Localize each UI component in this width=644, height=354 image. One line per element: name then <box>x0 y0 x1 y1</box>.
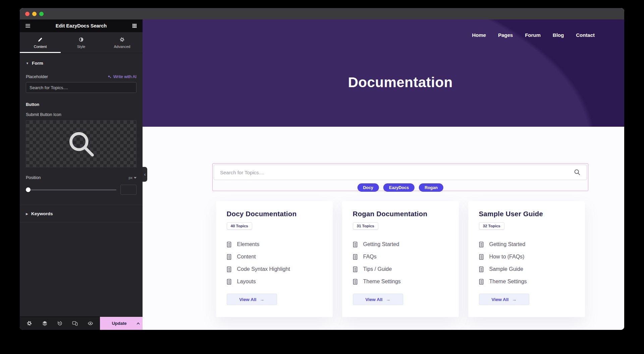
caret-down-icon: ▼ <box>26 62 29 65</box>
slider-track[interactable] <box>26 189 116 190</box>
form-section-title: Form <box>32 61 43 66</box>
preview-icon[interactable] <box>87 320 94 327</box>
form-section-header[interactable]: ▼ Form <box>26 61 137 66</box>
search-icon[interactable] <box>574 169 581 176</box>
doc-link[interactable]: Tips / Guide <box>353 266 448 273</box>
hamburger-menu-icon[interactable] <box>24 22 32 30</box>
responsive-icon[interactable] <box>71 320 79 327</box>
tab-label: Content <box>34 45 47 49</box>
doc-link[interactable]: Getting Started <box>479 241 574 248</box>
update-options-chevron-icon[interactable] <box>134 321 143 326</box>
doc-page-icon <box>353 241 358 248</box>
topics-badge: 32 Topics <box>479 222 504 230</box>
tab-label: Style <box>77 45 85 49</box>
write-with-ai-button[interactable]: Write with AI <box>107 74 137 79</box>
layers-icon[interactable] <box>41 320 48 327</box>
unit-select[interactable]: px <box>128 176 137 180</box>
doc-link[interactable]: Getting Started <box>353 241 448 248</box>
chevron-left-icon: ‹ <box>144 172 146 177</box>
doc-page-icon <box>227 279 232 285</box>
doc-link[interactable]: Content <box>227 253 322 260</box>
maximize-window-button[interactable] <box>39 12 44 16</box>
position-label: Position <box>26 175 41 180</box>
update-button[interactable]: Update <box>100 317 143 330</box>
position-value-input[interactable] <box>120 185 137 195</box>
position-slider[interactable] <box>26 187 116 192</box>
panel-collapse-handle[interactable]: ‹ <box>143 167 147 182</box>
doc-link[interactable]: Elements <box>227 241 322 248</box>
settings-icon[interactable] <box>26 320 33 327</box>
view-all-button[interactable]: View All → <box>479 294 529 305</box>
doc-columns: Docy Documentation 40 Topics Elements Co… <box>212 201 588 317</box>
panel-header: Edit EazyDocs Search <box>20 19 143 32</box>
widgets-grid-icon[interactable] <box>131 22 138 30</box>
tab-label: Advanced <box>114 45 130 49</box>
tab-advanced[interactable]: Advanced <box>102 32 143 53</box>
tab-style[interactable]: Style <box>61 32 102 53</box>
card-title: Sample User Guide <box>479 210 574 218</box>
submit-icon-picker[interactable] <box>26 120 137 167</box>
chevron-down-icon <box>134 177 137 179</box>
caret-right-icon: ▶ <box>26 212 28 216</box>
eazydocs-search-widget: Docy EazyDocs Rogan <box>212 163 588 191</box>
minimize-window-button[interactable] <box>32 12 37 16</box>
app-window: Edit EazyDocs Search Content Style Advan… <box>20 8 624 330</box>
close-window-button[interactable] <box>25 12 30 16</box>
tag-eazydocs[interactable]: EazyDocs <box>383 183 415 192</box>
doc-page-icon <box>227 254 232 260</box>
doc-card-rogan: Rogan Documentation 31 Topics Getting St… <box>342 201 459 317</box>
submit-button-icon-label: Submit Button Icon <box>26 112 137 117</box>
topics-badge: 31 Topics <box>353 222 378 230</box>
doc-link[interactable]: FAQs <box>353 253 448 260</box>
panel-title: Edit EazyDocs Search <box>32 23 131 28</box>
button-subsection-heading: Button <box>26 102 137 107</box>
doc-link[interactable]: How to (FAQs) <box>479 253 574 260</box>
arrow-right-icon: → <box>386 297 390 302</box>
placeholder-value-input[interactable] <box>26 82 137 93</box>
keywords-section-title: Keywords <box>31 211 53 216</box>
update-button-label: Update <box>100 321 134 326</box>
doc-card-docy: Docy Documentation 40 Topics Elements Co… <box>216 201 333 317</box>
doc-link[interactable]: Code Syntax Highlight <box>227 266 322 273</box>
card-title: Docy Documentation <box>227 210 322 218</box>
doc-link[interactable]: Layouts <box>227 278 322 285</box>
pencil-icon <box>38 37 43 42</box>
view-all-button[interactable]: View All → <box>353 294 403 305</box>
panel-tabs: Content Style Advanced <box>20 32 143 53</box>
doc-link[interactable]: Theme Settings <box>353 278 448 285</box>
gear-icon <box>119 37 125 42</box>
arrow-right-icon: → <box>260 297 264 302</box>
doc-page-icon <box>479 254 484 260</box>
doc-link[interactable]: Sample Guide <box>479 266 574 273</box>
doc-page-icon <box>353 279 358 285</box>
doc-card-sample: Sample User Guide 32 Topics Getting Star… <box>468 201 585 317</box>
view-all-button[interactable]: View All → <box>227 294 277 305</box>
card-title: Rogan Documentation <box>353 210 448 218</box>
topics-badge: 40 Topics <box>227 222 252 230</box>
doc-link[interactable]: Theme Settings <box>479 278 574 285</box>
keywords-section-header[interactable]: ▶ Keywords <box>26 211 137 216</box>
magnifier-icon <box>66 128 97 159</box>
tag-rogan[interactable]: Rogan <box>419 183 443 192</box>
site-preview: Home Pages Forum Blog Contact Documentat… <box>143 19 624 330</box>
search-input[interactable] <box>220 170 570 175</box>
contrast-icon <box>78 37 84 42</box>
ai-sparkles-icon <box>107 75 112 79</box>
search-bar <box>214 165 587 180</box>
doc-page-icon <box>353 254 358 260</box>
window-titlebar <box>20 8 624 19</box>
doc-page-icon <box>479 241 484 248</box>
tag-docy[interactable]: Docy <box>357 183 379 192</box>
doc-page-icon <box>479 266 484 273</box>
doc-page-icon <box>227 241 232 248</box>
history-icon[interactable] <box>56 320 63 327</box>
doc-page-icon <box>227 266 232 273</box>
tab-content[interactable]: Content <box>20 32 61 53</box>
editor-panel: Edit EazyDocs Search Content Style Advan… <box>20 19 143 330</box>
slider-handle[interactable] <box>26 187 31 192</box>
arrow-right-icon: → <box>512 297 517 302</box>
placeholder-label: Placeholder <box>26 74 48 79</box>
keyword-tags: Docy EazyDocs Rogan <box>357 183 443 192</box>
doc-page-icon <box>479 279 484 285</box>
panel-footer: Update <box>20 316 143 330</box>
